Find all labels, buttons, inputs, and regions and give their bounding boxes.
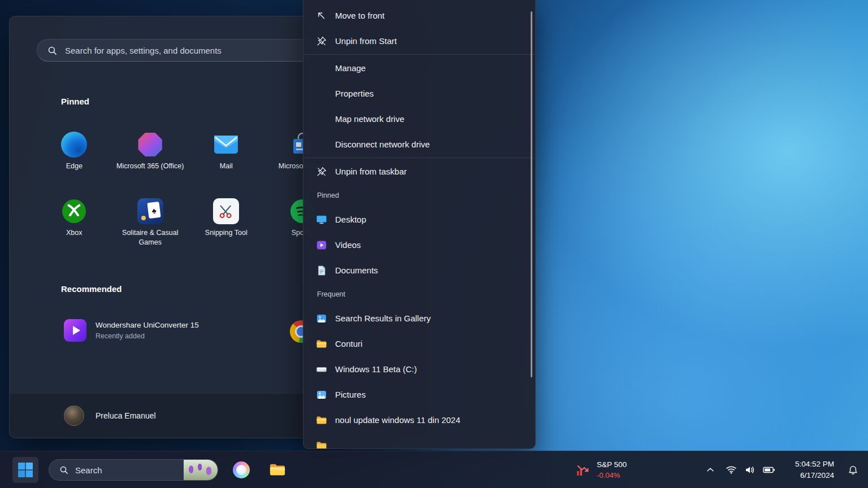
start-button[interactable]	[12, 457, 38, 483]
videos-icon	[315, 238, 328, 252]
blank-icon-slot	[315, 62, 328, 75]
windows-logo-icon	[18, 462, 33, 478]
pinned-group-label: Pinned	[303, 184, 535, 207]
pinned-app-grid: Edge Microsoft 365 (Office) Mail Microso…	[36, 127, 340, 260]
pinned-section-label: Pinned	[61, 97, 89, 106]
search-highlight-image	[184, 460, 218, 481]
pinned-app-xbox[interactable]: Xbox	[36, 194, 112, 260]
menu-item-pictures[interactable]: Pictures	[303, 382, 535, 407]
menu-item-documents[interactable]: Documents	[303, 258, 535, 283]
app-label: Microsoft 365 (Office)	[116, 162, 184, 171]
menu-separator	[303, 54, 535, 55]
avatar	[64, 406, 84, 426]
mail-icon	[213, 132, 239, 158]
frequent-group-label: Frequent	[303, 283, 535, 306]
pinned-app-microsoft-365[interactable]: Microsoft 365 (Office)	[112, 127, 189, 194]
scrollbar[interactable]	[531, 11, 532, 377]
clock-date: 6/17/2024	[790, 470, 834, 481]
tray-overflow-button[interactable]	[701, 459, 720, 481]
edge-icon	[61, 132, 87, 158]
blank-icon-slot	[315, 112, 328, 126]
jump-list-menu: Move to front Unpin from Start Manage Pr…	[303, 0, 536, 449]
stock-down-icon	[575, 463, 590, 477]
xbox-icon	[61, 198, 87, 224]
recommended-item-subtitle: Recently added	[96, 332, 199, 340]
widgets-button[interactable]: S&P 500 -0.04%	[570, 455, 632, 485]
app-label: Xbox	[66, 228, 83, 238]
copilot-button[interactable]	[228, 457, 254, 483]
recommended-section-label: Recommended	[61, 284, 122, 294]
pinned-app-snipping-tool[interactable]: Snipping Tool	[188, 194, 264, 260]
recommended-item-uniconverter[interactable]: Wondershare UniConverter 15 Recently add…	[64, 319, 199, 342]
search-icon	[47, 46, 57, 55]
menu-item-desktop[interactable]: Desktop	[303, 207, 535, 232]
pinned-app-solitaire[interactable]: ♠ Solitaire & Casual Games	[112, 194, 189, 260]
drive-icon	[315, 363, 328, 376]
folder-icon	[315, 337, 328, 351]
chevron-up-icon	[705, 465, 715, 475]
documents-icon	[315, 264, 328, 277]
uniconverter-icon	[64, 319, 86, 342]
pinned-app-edge[interactable]: Edge	[36, 127, 112, 194]
battery-icon	[763, 464, 775, 476]
clock-time: 5:04:52 PM	[790, 459, 834, 470]
stock-ticker: S&P 500	[597, 460, 627, 469]
search-icon	[59, 465, 68, 474]
volume-icon	[744, 464, 756, 476]
stock-change: -0.04%	[597, 471, 627, 480]
folder-icon	[315, 439, 328, 450]
folder-icon	[315, 413, 328, 427]
menu-item-map-network-drive[interactable]: Map network drive	[303, 106, 535, 132]
user-name: Preluca Emanuel	[96, 411, 156, 420]
app-label: Snipping Tool	[205, 228, 248, 238]
move-to-front-icon	[315, 9, 328, 23]
menu-item-partially-visible[interactable]	[303, 433, 535, 449]
app-label: Edge	[66, 162, 83, 171]
pinned-app-mail[interactable]: Mail	[188, 127, 264, 194]
copilot-icon	[233, 461, 250, 478]
menu-item-properties[interactable]: Properties	[303, 81, 535, 106]
menu-separator	[303, 158, 535, 158]
menu-item-move-to-front[interactable]: Move to front	[303, 3, 535, 28]
notification-center-button[interactable]	[842, 459, 863, 481]
network-volume-battery-button[interactable]	[720, 459, 781, 481]
file-explorer-button[interactable]	[264, 457, 290, 483]
microsoft-365-icon	[137, 132, 163, 158]
solitaire-icon: ♠	[137, 198, 163, 224]
file-explorer-icon	[269, 461, 286, 478]
menu-item-disconnect-network-drive[interactable]: Disconnect network drive	[303, 132, 535, 157]
menu-item-search-results-in-gallery[interactable]: Search Results in Gallery	[303, 306, 535, 331]
system-tray: 5:04:52 PM 6/17/2024	[701, 451, 868, 488]
app-label: Solitaire & Casual Games	[115, 228, 186, 247]
menu-item-conturi[interactable]: Conturi	[303, 331, 535, 356]
snipping-tool-icon	[213, 198, 239, 224]
stock-widget-text: S&P 500 -0.04%	[597, 460, 627, 480]
unpin-icon	[315, 34, 328, 48]
pictures-icon	[315, 388, 328, 402]
menu-item-unpin-from-taskbar[interactable]: Unpin from taskbar	[303, 159, 535, 184]
taskbar-clock[interactable]: 5:04:52 PM 6/17/2024	[790, 459, 834, 481]
menu-item-manage[interactable]: Manage	[303, 55, 535, 81]
start-search-placeholder: Search for apps, settings, and documents	[65, 46, 222, 55]
taskbar-search-box[interactable]: Search	[49, 459, 218, 481]
menu-item-noul-update-windows-11[interactable]: noul update windows 11 din 2024	[303, 407, 535, 433]
recommended-item-title: Wondershare UniConverter 15	[96, 321, 199, 329]
recommended-item-text: Wondershare UniConverter 15 Recently add…	[96, 321, 199, 340]
unpin-icon	[315, 165, 328, 178]
gallery-icon	[315, 312, 328, 325]
taskbar: Search S&P 500 -0.04%	[0, 451, 868, 488]
blank-icon-slot	[315, 87, 328, 101]
app-label: Mail	[220, 162, 233, 171]
menu-item-unpin-from-start[interactable]: Unpin from Start	[303, 28, 535, 54]
menu-item-videos[interactable]: Videos	[303, 232, 535, 258]
taskbar-search-label: Search	[75, 465, 102, 475]
menu-item-windows-11-beta-c[interactable]: Windows 11 Beta (C:)	[303, 356, 535, 382]
desktop-icon	[315, 213, 328, 226]
wifi-icon	[726, 464, 737, 476]
blank-icon-slot	[315, 138, 328, 151]
taskbar-left-group: Search	[12, 451, 290, 488]
bell-icon	[848, 465, 858, 476]
desktop: Search for apps, settings, and documents…	[0, 0, 868, 488]
